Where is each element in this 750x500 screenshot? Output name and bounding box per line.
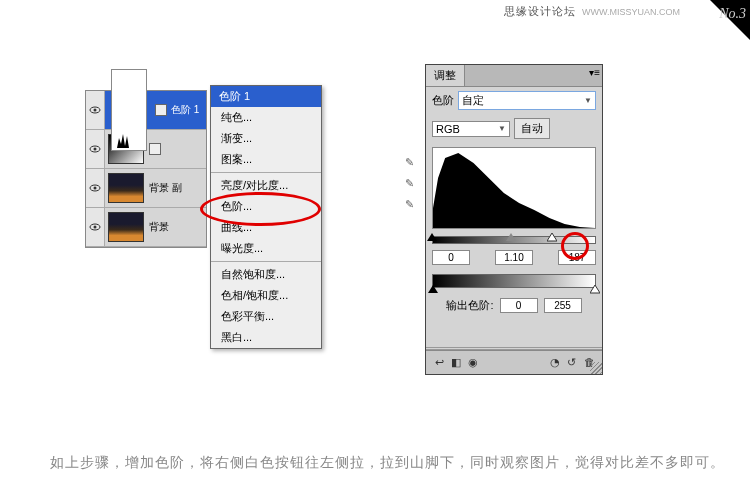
- reset-icon[interactable]: ↺: [565, 356, 579, 370]
- menu-item-curves[interactable]: 曲线...: [211, 217, 321, 238]
- preset-select[interactable]: 自定▼: [458, 91, 596, 110]
- menu-item-exposure[interactable]: 曝光度...: [211, 238, 321, 259]
- svg-point-3: [94, 148, 97, 151]
- link-icon: [149, 143, 161, 155]
- corner-number: No.3: [719, 6, 746, 22]
- white-point-knob[interactable]: [547, 233, 557, 245]
- visibility-toggle[interactable]: [86, 91, 105, 129]
- menu-item-gradient[interactable]: 渐变...: [211, 128, 321, 149]
- view-icon[interactable]: ◉: [466, 355, 480, 369]
- visibility-toggle[interactable]: [86, 208, 105, 246]
- menu-item-vibrance[interactable]: 自然饱和度...: [211, 264, 321, 285]
- layer-name: 色阶 1: [169, 103, 206, 117]
- menu-item-hue[interactable]: 色相/饱和度...: [211, 285, 321, 306]
- menu-item-pattern[interactable]: 图案...: [211, 149, 321, 170]
- histogram: [432, 147, 596, 229]
- resize-grip[interactable]: [590, 362, 602, 374]
- auto-button[interactable]: 自动: [514, 118, 550, 139]
- white-input[interactable]: [558, 250, 596, 265]
- out-black-input[interactable]: [500, 298, 538, 313]
- prev-icon[interactable]: ◔: [548, 356, 562, 370]
- visibility-toggle[interactable]: [86, 169, 105, 207]
- adjustment-thumb: [111, 69, 147, 151]
- out-white-input[interactable]: [544, 298, 582, 313]
- menu-separator: [211, 172, 321, 173]
- output-gradient[interactable]: [432, 274, 596, 288]
- adjustments-panel: 调整 ▾≡ 色阶 自定▼ RGB▼ 自动 输出色阶: ↩ ◧: [425, 64, 603, 375]
- panel-tabs: 调整 ▾≡: [426, 65, 602, 87]
- eyedropper-black-icon[interactable]: ✎: [405, 156, 414, 169]
- layer-row-bg[interactable]: 背景: [86, 208, 206, 247]
- menu-item-brightness[interactable]: 亮度/对比度...: [211, 175, 321, 196]
- channel-select[interactable]: RGB▼: [432, 121, 510, 137]
- output-label: 输出色阶:: [446, 298, 493, 313]
- svg-point-7: [94, 226, 97, 229]
- tab-adjustments[interactable]: 调整: [426, 65, 465, 86]
- layer-row-levels[interactable]: 色阶 1: [86, 91, 206, 130]
- eyedropper-white-icon[interactable]: ✎: [405, 198, 414, 211]
- black-point-knob[interactable]: [427, 233, 437, 245]
- link-icon: [155, 104, 167, 116]
- clip-icon[interactable]: ◧: [449, 355, 463, 369]
- black-input[interactable]: [432, 250, 470, 265]
- layer-row-copy[interactable]: 背景 副: [86, 169, 206, 208]
- image-thumb: [108, 173, 144, 203]
- context-menu: 色阶 1 纯色... 渐变... 图案... 亮度/对比度... 色阶... 曲…: [210, 85, 322, 349]
- panel-footer: ↩ ◧ ◉ ◔ ↺ 🗑: [426, 350, 602, 374]
- visibility-toggle[interactable]: [86, 130, 105, 168]
- layers-panel: 色阶 1 背景 副 背景: [85, 90, 207, 248]
- menu-header: 色阶 1: [211, 86, 321, 107]
- eyedropper-gray-icon[interactable]: ✎: [405, 177, 414, 190]
- eyedropper-tools: ✎ ✎ ✎: [405, 156, 414, 211]
- out-black-knob[interactable]: [428, 285, 438, 297]
- panel-menu-icon[interactable]: ▾≡: [589, 67, 600, 78]
- menu-item-balance[interactable]: 色彩平衡...: [211, 306, 321, 327]
- menu-separator: [211, 261, 321, 262]
- layer-name: 背景 副: [147, 181, 206, 195]
- menu-item-bw[interactable]: 黑白...: [211, 327, 321, 348]
- preset-label: 色阶: [432, 93, 454, 108]
- layer-name: 背景: [147, 220, 206, 234]
- input-sliders[interactable]: [432, 233, 596, 247]
- watermark: 思缘设计论坛WWW.MISSYUAN.COM: [504, 4, 680, 19]
- mid-point-knob[interactable]: [506, 233, 516, 245]
- svg-point-1: [94, 109, 97, 112]
- image-thumb: [108, 212, 144, 242]
- svg-point-5: [94, 187, 97, 190]
- return-icon[interactable]: ↩: [432, 355, 446, 369]
- menu-item-levels[interactable]: 色阶...: [211, 196, 321, 217]
- out-white-knob[interactable]: [590, 285, 600, 297]
- mid-input[interactable]: [495, 250, 533, 265]
- tutorial-caption: 如上步骤，增加色阶，将右侧白色按钮往左侧拉，拉到山脚下，同时观察图片，觉得对比差…: [50, 454, 725, 472]
- menu-item-solid[interactable]: 纯色...: [211, 107, 321, 128]
